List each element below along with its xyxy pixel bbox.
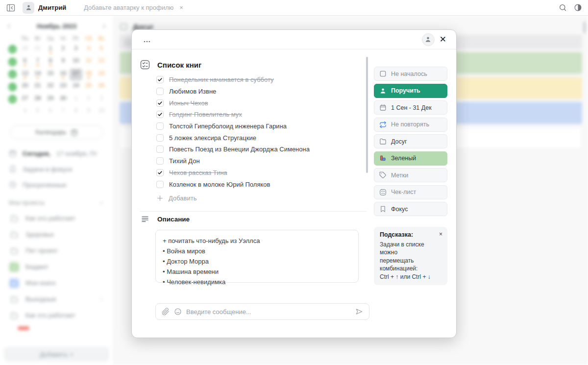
- calendar-day[interactable]: 5: [95, 44, 108, 55]
- calendar-day[interactable]: 20: [19, 81, 31, 93]
- calendar-day[interactable]: 6: [19, 56, 31, 68]
- action-assign-button[interactable]: Поручить: [374, 84, 447, 98]
- sidebar-item[interactable]: Сегодня, 17 ноября, Пт: [6, 146, 107, 161]
- calendar-day[interactable]: 12: [95, 56, 108, 68]
- calendar-day[interactable]: 19: [95, 69, 108, 80]
- calendar-day[interactable]: 3: [70, 44, 82, 55]
- checkbox[interactable]: [156, 99, 164, 107]
- calendar-day[interactable]: 14: [31, 69, 44, 80]
- checklist-item[interactable]: Толстой Гиперболоид инженера Гарина: [156, 121, 367, 132]
- sidebar-project-item[interactable]: Как это работает: [6, 210, 107, 226]
- action-color-button[interactable]: Зеленый: [374, 151, 447, 166]
- calendar-day[interactable]: 23: [57, 81, 70, 93]
- calendar-day[interactable]: 24: [70, 81, 82, 93]
- calendar-day[interactable]: 5: [31, 106, 44, 118]
- sidebar-project-item[interactable]: Пет проект: [6, 243, 107, 259]
- action-tags-button[interactable]: Метки: [374, 168, 447, 182]
- calendar-day[interactable]: 2: [82, 94, 95, 105]
- assignee-avatar[interactable]: [422, 33, 435, 46]
- action-dates-button[interactable]: 1 Сен - 31 Дек: [374, 100, 447, 115]
- calendar-day[interactable]: 9: [57, 56, 70, 68]
- modal-scrollbar[interactable]: [366, 57, 368, 173]
- calendar-day[interactable]: 27: [19, 94, 31, 105]
- checklist-item[interactable]: Тихий Дон: [156, 155, 367, 167]
- sidebar-project-item[interactable]: Здоровье: [6, 226, 107, 243]
- calendar-day[interactable]: 30: [19, 44, 31, 55]
- sidebar-collapse-icon[interactable]: [6, 3, 16, 13]
- checklist-item[interactable]: Козленок в молоке Юрий Поляков: [156, 178, 367, 190]
- calendar-day[interactable]: 7: [31, 56, 44, 68]
- sidebar-project-item[interactable]: Мои книги: [6, 275, 107, 291]
- calendar-day[interactable]: 16: [57, 69, 70, 80]
- checklist-item[interactable]: Любимов Извне: [156, 86, 367, 97]
- calendar-next-icon[interactable]: [101, 23, 107, 29]
- checkbox[interactable]: [156, 181, 164, 188]
- calendar-day[interactable]: 9: [82, 106, 95, 118]
- checklist-add-row[interactable]: Добавить: [156, 192, 196, 204]
- send-icon[interactable]: [355, 308, 363, 316]
- checklist-item[interactable]: Ионыч Чехов: [156, 97, 367, 109]
- checkbox[interactable]: [156, 134, 164, 142]
- calendar-day[interactable]: 13: [19, 69, 31, 80]
- sidebar-project-item[interactable]: Выходные: [6, 291, 107, 307]
- message-input[interactable]: [186, 308, 351, 316]
- calendar-day[interactable]: 22: [44, 81, 57, 93]
- calendar-day[interactable]: 1: [44, 44, 57, 55]
- user-avatar[interactable]: [23, 2, 34, 14]
- action-project-button[interactable]: Досуг: [374, 134, 447, 148]
- checkbox[interactable]: [156, 88, 164, 95]
- calendar-day[interactable]: 18: [82, 69, 95, 80]
- action-status-button[interactable]: Не началось: [374, 67, 447, 81]
- calendar-day[interactable]: 17: [70, 69, 82, 80]
- checklist-item[interactable]: 5 ложек элексира Стругацкие: [156, 132, 367, 144]
- sidebar-item[interactable]: Просроченные: [6, 177, 107, 193]
- more-menu-icon[interactable]: ...: [144, 38, 151, 42]
- checkbox[interactable]: [156, 111, 164, 118]
- search-icon[interactable]: [559, 3, 567, 12]
- sidebar-item[interactable]: Задачи в фокусе: [6, 161, 107, 177]
- description-box[interactable]: + почитать что-нибудь из Уэллса• Война м…: [155, 230, 359, 283]
- action-repeat-button[interactable]: Не повторять: [374, 118, 447, 132]
- hint-close-icon[interactable]: ×: [439, 231, 442, 238]
- calendar-day[interactable]: 11: [82, 56, 95, 68]
- calendar-day[interactable]: 10: [95, 106, 108, 118]
- add-project-button[interactable]: Добавить +: [4, 347, 109, 362]
- checklist-item[interactable]: Чехов рассказ Тина: [156, 167, 367, 179]
- calendar-day[interactable]: 8: [44, 56, 57, 68]
- calendar-day[interactable]: 6: [44, 106, 57, 118]
- calendar-day[interactable]: 3: [95, 94, 108, 105]
- sidebar-project-item[interactable]: Бюджет: [6, 259, 107, 275]
- calendar-day[interactable]: 4: [19, 106, 31, 118]
- calendar-view-button[interactable]: Календарь: [10, 125, 103, 140]
- smiley-icon[interactable]: [174, 308, 182, 316]
- sidebar-projects-header[interactable]: Мои проекты: [6, 195, 107, 210]
- action-checklist-button[interactable]: Чек-лист: [374, 185, 447, 199]
- paperclip-icon[interactable]: [162, 308, 170, 316]
- modal-close-icon[interactable]: ✕: [440, 35, 446, 44]
- main-scrollbar[interactable]: [584, 22, 586, 33]
- calendar-day[interactable]: 25: [82, 81, 95, 93]
- calendar-day[interactable]: 8: [70, 106, 82, 118]
- calendar-day[interactable]: 2: [57, 44, 70, 55]
- calendar-day[interactable]: 1: [70, 94, 82, 105]
- checkbox[interactable]: [156, 157, 164, 165]
- calendar-day[interactable]: 21: [31, 81, 44, 93]
- sidebar-project-item[interactable]: Как это работает: [6, 307, 107, 323]
- calendar-day[interactable]: 15: [44, 69, 57, 80]
- calendar-day[interactable]: 31: [31, 44, 44, 55]
- calendar-day[interactable]: 7: [57, 106, 70, 118]
- calendar-day[interactable]: 29: [44, 94, 57, 105]
- calendar-day[interactable]: 30: [57, 94, 70, 105]
- checkbox[interactable]: [156, 146, 164, 153]
- checkbox[interactable]: [156, 122, 164, 130]
- action-focus-button[interactable]: Фокус: [374, 202, 447, 216]
- checkbox[interactable]: [156, 169, 164, 176]
- checklist-item[interactable]: Повесть Поезд из Венеции Джорджа Сименон…: [156, 144, 367, 155]
- calendar-day[interactable]: 4: [82, 44, 95, 55]
- checklist-item[interactable]: Понедельник начинается в субботу: [156, 74, 367, 86]
- calendar-prev-icon[interactable]: [6, 23, 12, 29]
- theme-toggle-icon[interactable]: [574, 3, 582, 12]
- checkbox[interactable]: [156, 76, 164, 83]
- avatar-hint-close-icon[interactable]: ×: [179, 4, 183, 11]
- calendar-day[interactable]: 26: [95, 81, 108, 93]
